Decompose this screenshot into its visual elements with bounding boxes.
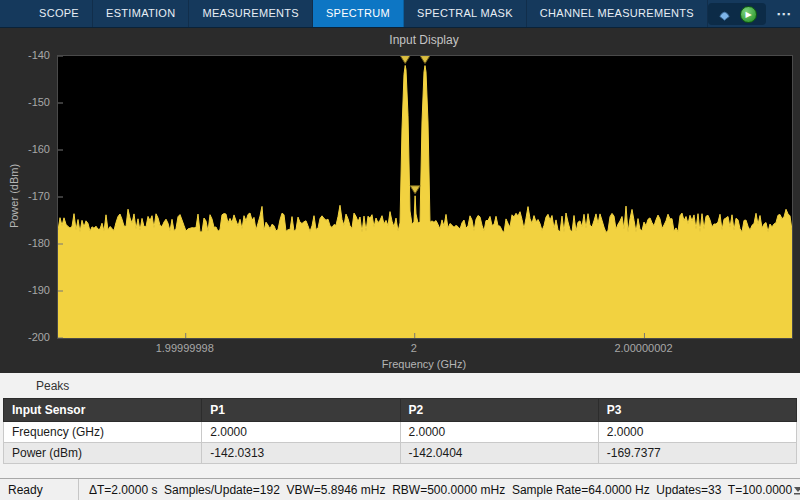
status-bar: Ready ΔT=2.0000 s Samples/Update=192 VBW… bbox=[0, 478, 800, 500]
y-tick-label: -150 bbox=[0, 96, 50, 108]
tab-spectral-mask[interactable]: SPECTRAL MASK bbox=[404, 0, 527, 27]
x-tick-label: 2.00000002 bbox=[583, 342, 703, 354]
toolbar-right: ▶ ⋯ bbox=[708, 0, 794, 28]
spectrum-plot bbox=[58, 56, 792, 338]
peaks-col-header-p1: P1 bbox=[202, 399, 400, 422]
spectrum-analyzer-display: Input Display Power (dBm) -140-150-160-1… bbox=[0, 28, 800, 373]
peaks-panel-title: Peaks bbox=[0, 373, 800, 398]
peak-value-cell[interactable]: -142.0404 bbox=[400, 443, 598, 464]
y-tick-label: -140 bbox=[0, 49, 50, 61]
run-button[interactable]: ▶ bbox=[740, 6, 757, 23]
x-tick-label: 2 bbox=[354, 342, 474, 354]
toolbar: SCOPEESTIMATIONMEASUREMENTSSPECTRUMSPECT… bbox=[0, 0, 800, 28]
y-tick-label: -190 bbox=[0, 284, 50, 296]
peaks-panel: Peaks Input SensorP1P2P3Frequency (GHz)2… bbox=[0, 373, 800, 478]
spectrum-trace bbox=[58, 66, 792, 339]
peak-marker-p1[interactable] bbox=[400, 56, 410, 64]
peak-value-cell[interactable]: 2.0000 bbox=[202, 422, 400, 443]
row-label: Frequency (GHz) bbox=[4, 422, 202, 443]
peak-value-cell[interactable]: -142.0313 bbox=[202, 443, 400, 464]
peaks-col-header-p2: P2 bbox=[400, 399, 598, 422]
playback-controls: ▶ bbox=[708, 3, 766, 25]
y-tick-label: -170 bbox=[0, 190, 50, 202]
x-tick-label: 1.99999998 bbox=[125, 342, 245, 354]
more-options-button[interactable]: ⋯ bbox=[773, 1, 794, 27]
peak-value-cell[interactable]: -169.7377 bbox=[598, 443, 796, 464]
x-axis-label: Frequency (GHz) bbox=[57, 358, 791, 370]
y-tick-label: -200 bbox=[0, 331, 50, 343]
peaks-col-header-input-sensor: Input Sensor bbox=[4, 399, 202, 422]
status-stats: ΔT=2.0000 s Samples/Update=192 VBW=5.894… bbox=[79, 483, 792, 497]
peak-marker-p3[interactable] bbox=[410, 186, 420, 194]
y-tick-label: -180 bbox=[0, 237, 50, 249]
tab-spectrum[interactable]: SPECTRUM bbox=[313, 0, 404, 27]
tab-estimation[interactable]: ESTIMATION bbox=[93, 0, 189, 27]
tab-bar: SCOPEESTIMATIONMEASUREMENTSSPECTRUMSPECT… bbox=[0, 0, 708, 27]
row-label: Power (dBm) bbox=[4, 443, 202, 464]
chart-title: Input Display bbox=[57, 33, 791, 47]
peaks-table: Input SensorP1P2P3Frequency (GHz)2.00002… bbox=[3, 398, 797, 464]
collapse-statusbar-icon[interactable] bbox=[792, 484, 800, 496]
tab-scope[interactable]: SCOPE bbox=[26, 0, 93, 27]
peaks-row-power-dbm-: Power (dBm)-142.0313-142.0404-169.7377 bbox=[4, 443, 797, 464]
tab-measurements[interactable]: MEASUREMENTS bbox=[189, 0, 313, 27]
status-text: Ready bbox=[0, 479, 79, 500]
y-tick-label: -160 bbox=[0, 143, 50, 155]
peak-marker-p2[interactable] bbox=[420, 56, 430, 64]
peaks-col-header-p3: P3 bbox=[598, 399, 796, 422]
tab-channel-measurements[interactable]: CHANNEL MEASUREMENTS bbox=[527, 0, 708, 27]
peak-value-cell[interactable]: 2.0000 bbox=[400, 422, 598, 443]
peaks-row-frequency-ghz-: Frequency (GHz)2.00002.00002.0000 bbox=[4, 422, 797, 443]
peak-value-cell[interactable]: 2.0000 bbox=[598, 422, 796, 443]
plot-area[interactable] bbox=[57, 55, 793, 339]
playback-icon[interactable] bbox=[717, 7, 732, 22]
